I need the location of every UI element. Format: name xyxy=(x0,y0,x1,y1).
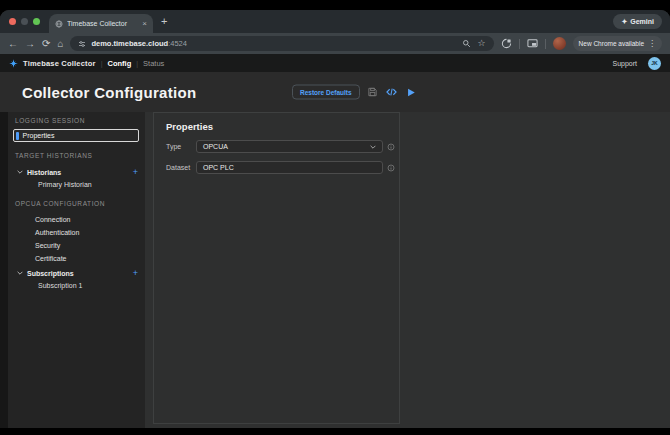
type-info-icon[interactable] xyxy=(387,143,395,151)
browser-tab-strip: Timebase Collector × + ✦ Gemini xyxy=(0,10,670,33)
url-port: :4524 xyxy=(168,39,187,48)
toolbar-divider xyxy=(519,39,520,49)
nav-tab-status[interactable]: Status xyxy=(143,59,164,68)
section-label-logging-session: LOGGING SESSION xyxy=(15,117,85,124)
section-label-target-historians: TARGET HISTORIANS xyxy=(15,152,92,159)
desktop: Timebase Collector × + ✦ Gemini ← → ⟳ ⌂ xyxy=(0,0,670,435)
chevron-down-icon xyxy=(370,145,376,149)
type-value: OPCUA xyxy=(203,143,228,150)
add-historian-icon[interactable]: + xyxy=(133,168,138,177)
forward-icon[interactable]: → xyxy=(25,39,35,49)
minimize-window-button[interactable] xyxy=(21,18,28,25)
browser-window: Timebase Collector × + ✦ Gemini ← → ⟳ ⌂ xyxy=(0,10,670,428)
main-content: Properties Type OPCUA xyxy=(145,112,670,428)
config-sidebar: LOGGING SESSION Properties TARGET HISTOR… xyxy=(8,112,145,428)
code-icon xyxy=(386,87,397,98)
run-button[interactable] xyxy=(405,86,417,98)
browser-profile-avatar[interactable] xyxy=(553,37,566,50)
sidebar-item-primary-historian[interactable]: Primary Historian xyxy=(38,181,92,188)
group-label: Subscriptions xyxy=(27,270,74,277)
timebase-logo-icon xyxy=(9,59,18,68)
omnibox-actions: ☆ xyxy=(462,39,486,48)
extension-icon[interactable] xyxy=(501,38,512,49)
address-bar[interactable]: demo.timebase.cloud:4524 ☆ xyxy=(70,36,493,51)
zoom-window-button[interactable] xyxy=(33,18,40,25)
tab-close-icon[interactable]: × xyxy=(142,20,147,28)
browser-menu-icon[interactable]: ⋮ xyxy=(648,39,656,48)
url-host: demo.timebase.cloud xyxy=(91,39,168,48)
sidebar-item-security[interactable]: Security xyxy=(35,242,60,249)
chrome-update-label: New Chrome available xyxy=(579,40,644,47)
gemini-button[interactable]: ✦ Gemini xyxy=(613,14,662,29)
bookmark-star-icon[interactable]: ☆ xyxy=(478,39,486,48)
save-button[interactable] xyxy=(367,86,379,98)
home-icon[interactable]: ⌂ xyxy=(57,39,63,49)
save-floppy-icon xyxy=(367,87,378,98)
browser-tab[interactable]: Timebase Collector × xyxy=(49,14,153,33)
support-link[interactable]: Support xyxy=(612,60,637,67)
panel-title: Properties xyxy=(166,121,213,132)
gemini-sparkle-icon: ✦ xyxy=(621,18,627,26)
chrome-update-button[interactable]: New Chrome available ⋮ xyxy=(573,36,662,51)
browser-toolbar: ← → ⟳ ⌂ demo.timebase.cloud:4524 ☆ xyxy=(0,33,670,54)
view-code-button[interactable] xyxy=(386,86,398,98)
sidebar-item-connection[interactable]: Connection xyxy=(35,216,70,223)
content-area: LOGGING SESSION Properties TARGET HISTOR… xyxy=(0,112,670,428)
sidebar-item-subscription-1[interactable]: Subscription 1 xyxy=(38,282,82,289)
left-gutter xyxy=(0,112,8,428)
new-tab-button[interactable]: + xyxy=(161,16,167,27)
dataset-value: OPC PLC xyxy=(203,164,234,171)
type-label: Type xyxy=(166,143,196,150)
nav-tab-config[interactable]: Config xyxy=(107,59,131,68)
app-header: Timebase Collector | Config | Status Sup… xyxy=(0,54,670,72)
sidebar-group-subscriptions[interactable]: Subscriptions + xyxy=(17,267,138,279)
sidebar-item-certificate[interactable]: Certificate xyxy=(35,255,67,262)
app-brand: Timebase Collector xyxy=(23,59,96,68)
gemini-label: Gemini xyxy=(630,18,654,25)
header-divider: | xyxy=(136,60,138,67)
reload-icon[interactable]: ⟳ xyxy=(42,39,50,49)
page-title: Collector Configuration xyxy=(22,84,196,101)
sidebar-group-historians[interactable]: Historians + xyxy=(17,166,138,178)
section-label-opcua-configuration: OPCUA CONFIGURATION xyxy=(15,200,105,207)
back-icon[interactable]: ← xyxy=(8,39,18,49)
selected-accent-bar xyxy=(16,132,19,140)
tab-title: Timebase Collector xyxy=(67,20,138,27)
add-subscription-icon[interactable]: + xyxy=(133,269,138,278)
toolbar-divider xyxy=(545,39,546,49)
field-row-type: Type OPCUA xyxy=(166,140,395,153)
field-row-dataset: Dataset OPC PLC xyxy=(166,161,395,174)
site-settings-tune-icon[interactable] xyxy=(78,40,86,48)
close-window-button[interactable] xyxy=(9,18,16,25)
tab-favicon-globe-icon xyxy=(55,20,63,28)
search-icon[interactable] xyxy=(462,39,471,48)
page-title-row: Collector Configuration Restore Defaults xyxy=(0,72,670,112)
sidebar-item-label: Properties xyxy=(23,132,55,139)
sidebar-item-properties[interactable]: Properties xyxy=(13,129,139,142)
web-page: Timebase Collector | Config | Status Sup… xyxy=(0,54,670,428)
chevron-down-icon[interactable] xyxy=(17,271,23,275)
user-avatar[interactable]: JK xyxy=(648,57,661,70)
dataset-label: Dataset xyxy=(166,164,196,171)
config-actions: Restore Defaults xyxy=(292,85,417,100)
header-divider: | xyxy=(101,60,103,67)
url-text[interactable]: demo.timebase.cloud:4524 xyxy=(91,39,186,48)
dataset-input[interactable]: OPC PLC xyxy=(196,161,383,174)
type-select[interactable]: OPCUA xyxy=(196,140,383,153)
group-label: Historians xyxy=(27,169,61,176)
restore-defaults-button[interactable]: Restore Defaults xyxy=(292,85,360,100)
sidebar-item-authentication[interactable]: Authentication xyxy=(35,229,79,236)
chevron-down-icon[interactable] xyxy=(17,170,23,174)
play-icon xyxy=(406,87,416,97)
properties-panel: Properties Type OPCUA xyxy=(153,112,400,424)
window-controls xyxy=(9,18,40,25)
dataset-info-icon[interactable] xyxy=(387,164,395,172)
screen-share-icon[interactable] xyxy=(527,38,538,49)
